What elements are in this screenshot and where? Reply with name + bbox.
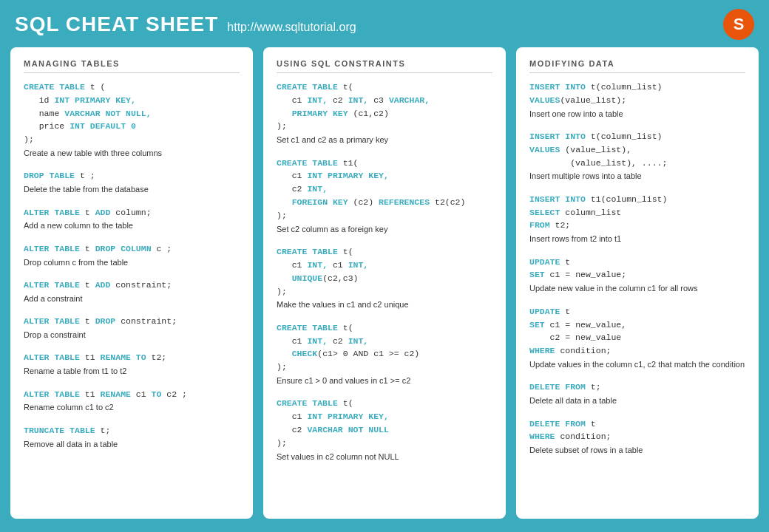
- desc-truncate-table: Remove all data in a table: [24, 439, 240, 450]
- section-alter-drop-col: ALTER TABLE t DROP COLUMN c ; Drop colum…: [24, 242, 240, 268]
- header-left: SQL CHEAT SHEET http://www.sqltutorial.o…: [15, 13, 356, 36]
- section-alter-add-col: ALTER TABLE t ADD column; Add a new colu…: [24, 206, 240, 232]
- section-truncate-table: TRUNCATE TABLE t; Remove all data in a t…: [24, 424, 240, 450]
- header-url: http://www.sqltutorial.org: [227, 21, 356, 34]
- logo-icon: S: [723, 9, 754, 40]
- code-insert-many: INSERT INTO t(column_list) VALUES (value…: [529, 130, 745, 169]
- code-alter-add-constraint: ALTER TABLE t ADD constraint;: [24, 279, 240, 292]
- section-alter-add-constraint: ALTER TABLE t ADD constraint; Add a cons…: [24, 279, 240, 304]
- section-foreign-key: CREATE TABLE t1( c1 INT PRIMARY KEY, c2 …: [277, 157, 492, 235]
- panel-title-managing-tables: MANAGING TABLES: [24, 59, 240, 73]
- code-insert-one: INSERT INTO t(column_list) VALUES(value_…: [529, 81, 745, 107]
- section-update-where: UPDATE t SET c1 = new_value, c2 = new_va…: [529, 305, 745, 371]
- code-delete-where: DELETE FROM t WHERE condition;: [529, 417, 745, 444]
- header: SQL CHEAT SHEET http://www.sqltutorial.o…: [0, 0, 769, 47]
- code-alter-drop-constraint: ALTER TABLE t DROP constraint;: [24, 315, 240, 328]
- section-delete-all: DELETE FROM t; Delete all data in a tabl…: [529, 381, 745, 406]
- code-drop-table: DROP TABLE t ;: [24, 169, 240, 183]
- desc-primary-key: Set c1 and c2 as a primary key: [277, 134, 492, 146]
- code-alter-rename-table: ALTER TABLE t1 RENAME TO t2;: [24, 351, 240, 364]
- desc-alter-add-constraint: Add a constraint: [24, 293, 240, 304]
- panel-modifying-data: MODIFYING DATA INSERT INTO t(column_list…: [516, 47, 759, 519]
- code-update-where: UPDATE t SET c1 = new_value, c2 = new_va…: [529, 305, 745, 358]
- desc-alter-rename-table: Rename a table from t1 to t2: [24, 366, 240, 377]
- page-title: SQL CHEAT SHEET: [15, 13, 218, 36]
- section-update-all: UPDATE t SET c1 = new_value; Update new …: [529, 256, 745, 295]
- desc-alter-drop-constraint: Drop a constraint: [24, 330, 240, 341]
- desc-alter-drop-col: Drop column c from the table: [24, 257, 240, 268]
- section-not-null: CREATE TABLE t( c1 INT PRIMARY KEY, c2 V…: [277, 397, 492, 463]
- panel-managing-tables: MANAGING TABLES CREATE TABLE t ( id INT …: [10, 47, 253, 519]
- section-insert-many: INSERT INTO t(column_list) VALUES (value…: [529, 130, 745, 183]
- desc-create-table: Create a new table with three columns: [24, 148, 240, 159]
- code-foreign-key: CREATE TABLE t1( c1 INT PRIMARY KEY, c2 …: [277, 157, 492, 222]
- desc-delete-where: Delete subset of rows in a table: [529, 445, 745, 456]
- code-delete-all: DELETE FROM t;: [529, 381, 745, 394]
- section-alter-drop-constraint: ALTER TABLE t DROP constraint; Drop a co…: [24, 315, 240, 341]
- content-area: MANAGING TABLES CREATE TABLE t ( id INT …: [0, 47, 769, 529]
- section-create-table: CREATE TABLE t ( id INT PRIMARY KEY, nam…: [24, 81, 240, 159]
- code-unique: CREATE TABLE t( c1 INT, c1 INT, UNIQUE(c…: [277, 245, 492, 298]
- section-drop-table: DROP TABLE t ; Delete the table from the…: [24, 169, 240, 195]
- code-insert-select: INSERT INTO t1(column_list) SELECT colum…: [529, 193, 745, 232]
- code-not-null: CREATE TABLE t( c1 INT PRIMARY KEY, c2 V…: [277, 397, 492, 449]
- desc-alter-add-col: Add a new column to the table: [24, 220, 240, 231]
- desc-not-null: Set values in c2 column not NULL: [277, 451, 492, 463]
- code-truncate-table: TRUNCATE TABLE t;: [24, 424, 240, 437]
- desc-check: Ensure c1 > 0 and values in c1 >= c2: [277, 375, 492, 386]
- section-delete-where: DELETE FROM t WHERE condition; Delete su…: [529, 417, 745, 457]
- code-alter-rename-col: ALTER TABLE t1 RENAME c1 TO c2 ;: [24, 388, 240, 401]
- desc-update-all: Update new value in the column c1 for al…: [529, 283, 745, 294]
- desc-foreign-key: Set c2 column as a foreign key: [277, 224, 492, 235]
- section-insert-select: INSERT INTO t1(column_list) SELECT colum…: [529, 193, 745, 245]
- code-check: CREATE TABLE t( c1 INT, c2 INT, CHECK(c1…: [277, 321, 492, 374]
- panel-sql-constraints: USING SQL CONSTRAINTS CREATE TABLE t( c1…: [263, 47, 506, 519]
- code-alter-add-col: ALTER TABLE t ADD column;: [24, 206, 240, 219]
- desc-alter-rename-col: Rename column c1 to c2: [24, 402, 240, 413]
- section-alter-rename-col: ALTER TABLE t1 RENAME c1 TO c2 ; Rename …: [24, 388, 240, 414]
- desc-insert-one: Insert one row into a table: [529, 109, 745, 120]
- desc-update-where: Update values in the column c1, c2 that …: [529, 359, 745, 370]
- code-primary-key: CREATE TABLE t( c1 INT, c2 INT, c3 VARCH…: [277, 81, 492, 133]
- panel-title-modifying-data: MODIFYING DATA: [529, 59, 745, 73]
- desc-delete-all: Delete all data in a table: [529, 395, 745, 406]
- code-create-table: CREATE TABLE t ( id INT PRIMARY KEY, nam…: [24, 81, 240, 146]
- desc-drop-table: Delete the table from the database: [24, 184, 240, 195]
- desc-insert-select: Insert rows from t2 into t1: [529, 233, 745, 245]
- section-insert-one: INSERT INTO t(column_list) VALUES(value_…: [529, 81, 745, 120]
- code-alter-drop-col: ALTER TABLE t DROP COLUMN c ;: [24, 242, 240, 256]
- section-alter-rename-table: ALTER TABLE t1 RENAME TO t2; Rename a ta…: [24, 351, 240, 377]
- code-update-all: UPDATE t SET c1 = new_value;: [529, 256, 745, 282]
- section-unique: CREATE TABLE t( c1 INT, c1 INT, UNIQUE(c…: [277, 245, 492, 311]
- section-check: CREATE TABLE t( c1 INT, c2 INT, CHECK(c1…: [277, 321, 492, 387]
- desc-insert-many: Insert multiple rows into a table: [529, 171, 745, 182]
- desc-unique: Make the values in c1 and c2 unique: [277, 299, 492, 310]
- section-primary-key: CREATE TABLE t( c1 INT, c2 INT, c3 VARCH…: [277, 81, 492, 146]
- panel-title-sql-constraints: USING SQL CONSTRAINTS: [277, 59, 492, 73]
